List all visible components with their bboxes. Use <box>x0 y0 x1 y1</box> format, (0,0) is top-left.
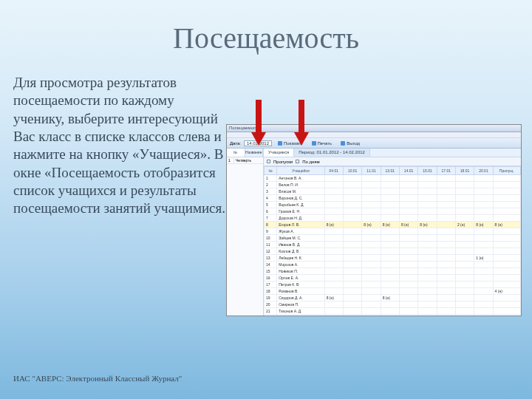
cell: 11 <box>265 242 277 248</box>
table-row[interactable]: 21Тихонов А. Д. <box>265 308 521 315</box>
column-header[interactable]: Пропущ. <box>493 167 520 175</box>
column-header[interactable]: 17.01 <box>437 167 455 175</box>
cell <box>324 235 343 242</box>
table-row[interactable]: 13Лебедев Н. К.1 (н) <box>265 255 521 262</box>
cell <box>381 242 399 248</box>
cell <box>381 288 399 295</box>
table-row[interactable]: 10Зайцев М. С. <box>265 235 521 242</box>
exit-button[interactable]: Выход <box>338 140 363 147</box>
cell <box>343 175 361 182</box>
column-header[interactable]: 13.01 <box>381 167 399 175</box>
cell <box>343 248 361 255</box>
cell <box>474 262 493 268</box>
cell <box>343 315 361 316</box>
cell: 7 <box>265 215 277 222</box>
column-header[interactable]: Учащийся <box>277 167 324 175</box>
slide-footer: ИАС "АВЕРС: Электронный Классный Журнал" <box>13 374 182 383</box>
cell <box>455 268 474 275</box>
table-row[interactable]: 5Воробьев К. Д. <box>265 202 521 208</box>
cell: Жуков А. <box>277 228 324 235</box>
window-title: Посещаемость <box>227 125 521 132</box>
arrow-indicator <box>294 100 309 146</box>
table-row[interactable]: 2Белов П. И. <box>265 182 521 188</box>
table-row[interactable]: 18Романов В.4 (н) <box>265 288 521 295</box>
column-header[interactable]: 11.01 <box>362 167 381 175</box>
table-row[interactable]: 12Козлов Д. В. <box>265 248 521 255</box>
cell <box>418 182 437 188</box>
left-col-name[interactable]: Название <box>245 149 264 157</box>
cell <box>455 308 474 315</box>
opt-bydays: По дням <box>302 160 320 164</box>
column-header[interactable]: 15.01 <box>418 167 437 175</box>
checkbox[interactable] <box>267 160 270 163</box>
cell <box>455 235 474 242</box>
cell <box>324 228 343 235</box>
cell: 4 <box>265 195 277 202</box>
table-row[interactable]: 22Федоров С. И. <box>265 315 521 316</box>
checkbox[interactable] <box>296 160 299 163</box>
arrow-indicator <box>251 100 266 146</box>
cell: Морозов А. <box>277 262 324 268</box>
cell <box>437 175 455 182</box>
table-row[interactable]: 19Сидоров Д. А.8 (н)8 (н) <box>265 295 521 301</box>
cell <box>343 222 361 228</box>
column-header[interactable]: 20.01 <box>474 167 493 175</box>
cell <box>474 288 493 295</box>
cell <box>493 282 520 288</box>
cell <box>474 282 493 288</box>
cell: 9 <box>265 228 277 235</box>
cell <box>362 282 381 288</box>
cell <box>493 235 520 242</box>
cell <box>381 282 399 288</box>
column-header[interactable]: № <box>265 167 277 175</box>
table-row[interactable]: 9Жуков А. <box>265 228 521 235</box>
cell <box>437 235 455 242</box>
left-row[interactable]: 1Четверть <box>227 157 263 164</box>
cell <box>381 182 399 188</box>
cell <box>362 255 381 262</box>
cell <box>493 175 520 182</box>
cell <box>418 248 437 255</box>
table-row[interactable]: 20Смирнов П. <box>265 301 521 308</box>
cell <box>474 295 493 301</box>
cell <box>437 195 455 202</box>
toolbar: Дата: 14.02.2012 Показать Печать Выход <box>227 138 521 149</box>
table-row[interactable]: 6Громов Е. Н. <box>265 208 521 215</box>
cell: Зайцев М. С. <box>277 235 324 242</box>
table-row[interactable]: 16Орлов Е. А. <box>265 275 521 282</box>
cell <box>399 288 417 295</box>
period-label: Период: 01.01.2012 - 14.02.2012 <box>294 149 370 157</box>
cell <box>418 235 437 242</box>
table-row[interactable]: 1Антонов В. А. <box>265 175 521 182</box>
cell <box>399 188 417 195</box>
column-header[interactable]: 18.01 <box>455 167 474 175</box>
table-row[interactable]: 8Егоров Л. В.8 (н)8 (н)8 (н)8 (н)8 (н)2 … <box>265 222 521 228</box>
cell <box>343 295 361 301</box>
cell: 18 <box>265 288 277 295</box>
table-row[interactable]: 4Воронов Д. С. <box>265 195 521 202</box>
column-header[interactable]: 14.01 <box>399 167 417 175</box>
tab-students[interactable]: Учащиеся <box>264 149 294 157</box>
cell <box>399 228 417 235</box>
print-button[interactable]: Печать <box>309 140 335 147</box>
table-row[interactable]: 7Дорохов Н. Д. <box>265 215 521 222</box>
cell <box>437 268 455 275</box>
cell <box>362 268 381 275</box>
cell: Новиков П. <box>277 268 324 275</box>
table-row[interactable]: 17Петров К. В. <box>265 282 521 288</box>
cell <box>381 235 399 242</box>
column-header[interactable]: 04.01 <box>324 167 343 175</box>
cell <box>343 262 361 268</box>
table-row[interactable]: 3Власов М. <box>265 188 521 195</box>
cell <box>493 315 520 316</box>
column-header[interactable]: 10.01 <box>343 167 361 175</box>
left-col-num[interactable]: № <box>227 149 245 157</box>
table-row[interactable]: 15Новиков П. <box>265 268 521 275</box>
table-row[interactable]: 14Морозов А. <box>265 262 521 268</box>
cell: Лебедев Н. К. <box>277 255 324 262</box>
cell: Орлов Е. А. <box>277 275 324 282</box>
cell <box>362 242 381 248</box>
cell <box>399 268 417 275</box>
table-row[interactable]: 11Иванов В. Д. <box>265 242 521 248</box>
cell <box>455 255 474 262</box>
